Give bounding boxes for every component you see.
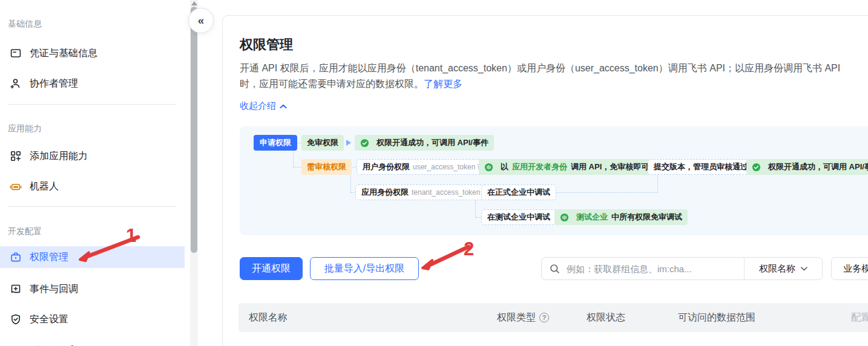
search-icon <box>550 264 560 274</box>
sidebar-item-collaborators[interactable]: 协作者管理 <box>0 73 185 94</box>
robot-icon <box>10 180 22 192</box>
sidebar-item-label: 安全设置 <box>30 313 68 326</box>
flow-node-formal-debug: 在正式企业中调试 <box>481 184 556 200</box>
permission-flow-diagram: 申请权限 免审权限 权限开通成功，可调用 API/事件 需审核权限 用户身份权限… <box>240 126 868 235</box>
permission-search-control: 权限名称 <box>541 257 823 280</box>
sidebar-item-test-company[interactable]: 测试企业和人员 <box>0 340 185 346</box>
search-input[interactable] <box>565 263 744 275</box>
sidebar-item-label: 协作者管理 <box>30 77 78 90</box>
flow-node-need-review: 需审核权限 <box>301 159 352 175</box>
flow-node-user-identity: 用户身份权限user_access_token 调用 <box>357 159 498 175</box>
sidebar-item-bot[interactable]: 机器人 <box>0 175 185 197</box>
flow-node-apply-permission: 申请权限 <box>254 135 297 151</box>
sidebar-item-security-settings[interactable]: 安全设置 <box>0 308 185 330</box>
open-permission-button[interactable]: 开通权限 <box>240 257 303 280</box>
briefcase-lock-icon <box>10 251 22 263</box>
flow-node-no-review: 免审权限 <box>301 135 344 151</box>
flow-connector <box>350 175 351 192</box>
check-circle-icon <box>360 139 369 148</box>
flow-node-test-debug: 在测试企业中调试 <box>481 209 556 225</box>
flow-connector <box>293 167 301 168</box>
page-title: 权限管理 <box>240 36 293 54</box>
search-type-label: 权限名称 <box>759 263 795 275</box>
sidebar-item-credentials[interactable]: 凭证与基础信息 <box>0 42 185 64</box>
sidebar-item-label: 凭证与基础信息 <box>30 47 97 60</box>
collapse-intro-label: 收起介绍 <box>240 100 276 112</box>
scroll-up-icon[interactable] <box>191 1 197 5</box>
column-permission-name: 权限名称 <box>249 303 288 332</box>
flow-node-test-free-debug: 测试企业中所有权限免审调试 <box>554 209 688 225</box>
sidebar-item-label: 机器人 <box>30 180 59 193</box>
sidebar-divider <box>8 206 176 207</box>
flow-connector <box>475 200 476 217</box>
sidebar-section-dev-config: 开发配置 <box>8 225 42 237</box>
help-icon[interactable]: ? <box>539 313 549 322</box>
column-permission-status: 权限状态 <box>587 303 625 332</box>
chevron-up-icon <box>280 104 287 109</box>
grid-add-icon <box>10 150 22 162</box>
data-scope-config-link[interactable]: 配置 <box>851 303 868 332</box>
annotation-arrow-1 <box>67 230 145 264</box>
flow-node-success-1: 权限开通成功，可调用 API/事件 <box>355 135 494 151</box>
learn-more-link[interactable]: 了解更多 <box>424 79 462 89</box>
collapse-intro-link[interactable]: 收起介绍 <box>240 100 287 112</box>
sidebar-divider <box>8 104 176 105</box>
debug-circle-icon <box>484 163 493 172</box>
batch-import-export-button[interactable]: 批量导入/导出权限 <box>310 257 419 280</box>
module-filter-label: 业务模块 <box>843 263 868 275</box>
user-add-icon <box>10 77 22 90</box>
check-circle-icon <box>752 163 761 172</box>
search-type-select[interactable]: 权限名称 <box>745 258 822 279</box>
main-card: 权限管理 开通 API 权限后，应用才能以应用身份（tenant_access_… <box>222 15 868 346</box>
collapse-sidebar-button[interactable]: « <box>188 8 214 33</box>
batch-import-export-label: 批量导入/导出权限 <box>324 263 404 275</box>
sidebar: 基础信息 凭证与基础信息 协作者管理 应用能力 添加应用能力 机器人 开发配置 … <box>0 0 188 346</box>
annotation-arrow-2 <box>416 241 486 274</box>
sidebar-section-app-capability: 应用能力 <box>8 122 42 134</box>
column-permission-type: 权限类型 ? <box>497 303 549 332</box>
shield-check-icon <box>10 313 22 325</box>
flow-connector <box>541 192 657 193</box>
description-text: 开通 API 权限后，应用才能以应用身份（tenant_access_token… <box>240 63 840 89</box>
id-card-icon <box>10 47 22 59</box>
sidebar-item-add-capability[interactable]: 添加应用能力 <box>0 145 185 167</box>
permission-table-header: 权限名称 权限类型 ? 权限状态 可访问的数据范围 配置 <box>238 303 868 332</box>
sidebar-item-label: 添加应用能力 <box>30 150 88 163</box>
chevron-down-icon <box>801 267 807 271</box>
flow-connector <box>657 175 658 192</box>
module-filter-select[interactable]: 业务模块 <box>831 257 868 280</box>
flow-node-dev-debug: 以应用开发者身份调用 API，免审核即可调试 <box>479 159 670 175</box>
flow-node-success-2: 权限开通成功，可调用 API/事件 <box>746 159 868 175</box>
collapse-chevrons-icon: « <box>198 14 205 27</box>
open-permission-label: 开通权限 <box>252 263 291 275</box>
flow-connector <box>475 217 481 218</box>
flow-arrow-icon <box>346 140 351 146</box>
flow-node-submit-version: 提交版本，管理员审核通过 <box>648 159 754 175</box>
page-description: 开通 API 权限后，应用才能以应用身份（tenant_access_token… <box>240 60 855 92</box>
sidebar-section-basic-info: 基础信息 <box>8 18 42 30</box>
sidebar-item-label: 事件与回调 <box>30 283 78 296</box>
flow-connector <box>350 192 355 193</box>
column-data-scope: 可访问的数据范围 <box>678 303 755 332</box>
sidebar-scrollbar[interactable] <box>190 0 198 346</box>
square-plus-icon <box>10 283 22 295</box>
sidebar-item-label: 权限管理 <box>30 251 68 264</box>
sidebar-item-events-callbacks[interactable]: 事件与回调 <box>0 278 185 300</box>
scrollbar-thumb[interactable] <box>191 7 197 253</box>
debug-circle-icon <box>560 213 569 222</box>
